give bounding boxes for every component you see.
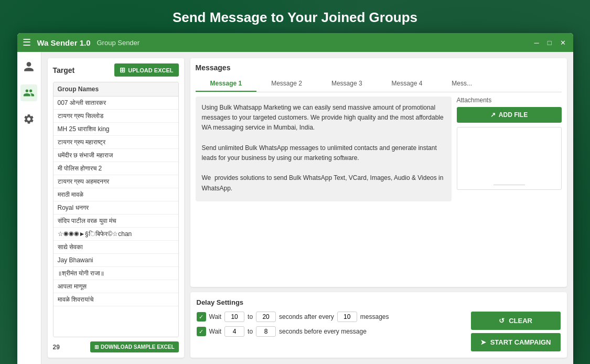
download-sample-button[interactable]: ⊞ DOWNLOAD SAMPLE EXCEL xyxy=(90,341,179,352)
app-name: Wa Sender 1.0 xyxy=(37,38,91,47)
left-panel-header: Target ⊞ UPLOAD EXCEL xyxy=(53,63,179,77)
add-file-label: ADD FILE xyxy=(499,111,528,119)
message-tab-4[interactable]: Message 4 xyxy=(377,76,437,92)
table-row[interactable]: 007 ओन्ली सातारकर xyxy=(53,97,178,110)
delay-input-min-2[interactable] xyxy=(224,326,244,337)
delay-suffix-2: seconds before every message xyxy=(279,328,367,335)
table-row[interactable]: MH 25 धाराशिव king xyxy=(53,123,178,136)
delay-wait-2: Wait xyxy=(209,328,222,335)
message-textarea[interactable] xyxy=(196,97,452,201)
delay-input-count-1[interactable] xyxy=(337,312,357,322)
main-content: Target ⊞ UPLOAD EXCEL Group Names 007 ओन… xyxy=(41,52,573,364)
delay-checkbox-1[interactable]: ✓ xyxy=(197,312,206,322)
start-label: START CAMPAIGN xyxy=(490,338,551,346)
upload-excel-button[interactable]: ⊞ UPLOAD EXCEL xyxy=(114,63,178,77)
group-table-header: Group Names xyxy=(53,82,178,97)
table-row[interactable]: आपला माणूस xyxy=(53,280,178,293)
table-row[interactable]: मी पोलिस होणारच 2 xyxy=(53,162,178,175)
upload-excel-label: UPLOAD EXCEL xyxy=(128,67,173,73)
target-label: Target xyxy=(53,66,75,74)
title-bar-left: ☰ Wa Sender 1.0 Group Sender xyxy=(23,37,140,48)
delay-to-2: to xyxy=(248,328,253,335)
add-file-button[interactable]: ↗ ADD FILE xyxy=(457,107,562,123)
sidebar xyxy=(17,52,41,364)
table-row[interactable]: Royal धनगर xyxy=(53,201,178,215)
delay-suffix-1: seconds after every xyxy=(279,313,334,320)
send-icon: ➤ xyxy=(480,338,486,346)
hamburger-icon[interactable]: ☰ xyxy=(23,37,31,48)
delay-rows-area: ✓ Wait to seconds after every messages xyxy=(197,312,471,341)
file-icon: ↗ xyxy=(490,111,496,119)
message-tab-2[interactable]: Message 2 xyxy=(256,76,317,92)
left-panel-footer: 29 ⊞ DOWNLOAD SAMPLE EXCEL xyxy=(53,341,179,352)
minimize-button[interactable]: ─ xyxy=(532,39,541,47)
delay-right-buttons: ↺ CLEAR ➤ START CAMPAIGN xyxy=(471,312,561,351)
excel-icon: ⊞ xyxy=(120,66,125,74)
table-row[interactable]: साद्ये सेवका xyxy=(53,241,178,254)
title-bar: ☰ Wa Sender 1.0 Group Sender ─ □ ✕ xyxy=(17,33,573,52)
delay-input-max-2[interactable] xyxy=(256,326,276,337)
table-row[interactable]: संदिप पाटील वरळ युवा मंच xyxy=(53,215,178,228)
message-tabs: Message 1Message 2Message 3Message 4Mess… xyxy=(196,76,562,92)
app-subtitle: Group Sender xyxy=(96,39,140,47)
left-panel: Target ⊞ UPLOAD EXCEL Group Names 007 ओन… xyxy=(48,58,184,358)
delay-row-2: ✓ Wait to seconds before every message xyxy=(197,326,471,337)
row-count: 29 xyxy=(53,344,60,351)
sidebar-icon-group[interactable] xyxy=(20,84,37,101)
table-row[interactable]: Jay Bhawani xyxy=(53,254,178,267)
page-title: Send Message to Your Joined Groups xyxy=(173,9,417,25)
start-campaign-button[interactable]: ➤ START CAMPAIGN xyxy=(471,333,561,351)
message-tab-5[interactable]: Mess... xyxy=(437,76,487,92)
sidebar-icon-settings[interactable] xyxy=(20,111,37,127)
title-bar-controls: ─ □ ✕ xyxy=(532,39,567,47)
table-row[interactable]: टायगर ग्रुप सिल्लोड xyxy=(53,110,178,123)
clear-label: CLEAR xyxy=(509,317,532,325)
table-row[interactable]: माव​ळे शिवरायांचे xyxy=(53,293,178,306)
clear-button[interactable]: ↺ CLEAR xyxy=(471,312,561,330)
table-row[interactable]: टायगर ग्रुप अहमदनगर xyxy=(53,175,178,188)
attachment-box xyxy=(457,127,562,190)
app-window: ☰ Wa Sender 1.0 Group Sender ─ □ ✕ xyxy=(17,33,573,364)
delay-input-min-1[interactable] xyxy=(224,312,244,322)
maximize-button[interactable]: □ xyxy=(545,39,554,47)
table-row[interactable]: धमेंदीर छ संभाजी महाराज xyxy=(53,149,178,162)
attachments-label: Attachments xyxy=(457,97,562,104)
attachment-line xyxy=(494,185,525,185)
group-rows-container: 007 ओन्ली सातारकरटायगर ग्रुप सिल्लोडMH 2… xyxy=(53,97,178,306)
close-button[interactable]: ✕ xyxy=(558,39,568,47)
delay-input-max-1[interactable] xyxy=(256,312,276,322)
clear-icon: ↺ xyxy=(499,317,505,325)
app-body: Target ⊞ UPLOAD EXCEL Group Names 007 ओन… xyxy=(17,52,573,364)
delay-row-1: ✓ Wait to seconds after every messages xyxy=(197,312,471,322)
download-sample-label: DOWNLOAD SAMPLE EXCEL xyxy=(101,344,175,350)
message-content-area: Attachments ↗ ADD FILE xyxy=(196,97,562,201)
message-tab-1[interactable]: Message 1 xyxy=(196,76,257,92)
messages-title: Messages xyxy=(196,63,562,72)
delay-bottom: ✓ Wait to seconds after every messages xyxy=(197,312,561,351)
delay-title: Delay Settings xyxy=(197,298,561,306)
attachments-panel: Attachments ↗ ADD FILE xyxy=(457,97,562,201)
message-tab-3[interactable]: Message 3 xyxy=(317,76,377,92)
table-row[interactable]: ☆◉◉◉►§िबिफेर©☆chan xyxy=(53,228,178,241)
group-table: Group Names 007 ओन्ली सातारकरटायगर ग्रुप… xyxy=(53,82,179,337)
delay-wait-1: Wait xyxy=(209,313,222,320)
excel-icon-download: ⊞ xyxy=(94,344,99,350)
right-panel: Messages Message 1Message 2Message 3Mess… xyxy=(190,58,567,358)
table-row[interactable]: ॥श्रीमंत योगी राजा॥ xyxy=(53,267,178,280)
table-row[interactable]: टायगर ग्रुप महाराष्ट्र xyxy=(53,136,178,149)
delay-to-1: to xyxy=(248,313,253,320)
delay-checkbox-2[interactable]: ✓ xyxy=(197,327,206,336)
sidebar-icon-person[interactable] xyxy=(20,58,37,75)
messages-panel: Messages Message 1Message 2Message 3Mess… xyxy=(190,58,567,287)
delay-panel: Delay Settings ✓ Wait to seconds after e… xyxy=(190,292,567,358)
table-row[interactable]: मराठी माव​ळे xyxy=(53,188,178,201)
delay-suffix2-1: messages xyxy=(360,313,389,320)
page-title-bar: Send Message to Your Joined Groups xyxy=(0,0,590,33)
